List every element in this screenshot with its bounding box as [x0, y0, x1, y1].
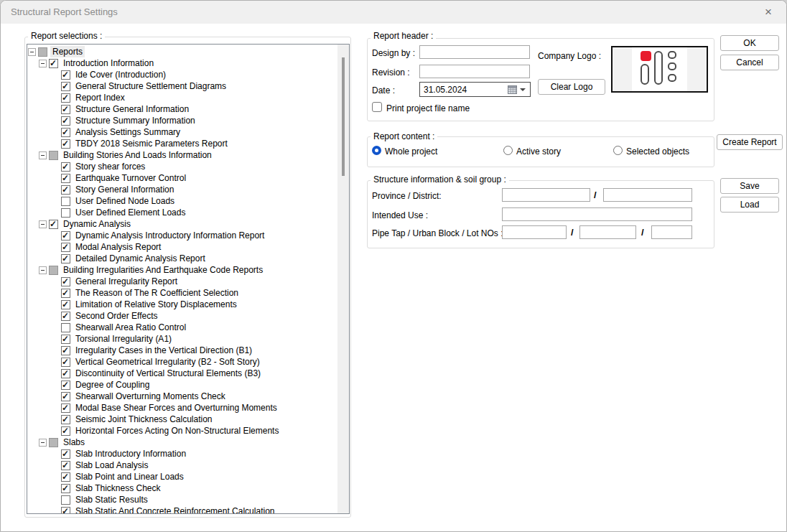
cancel-button[interactable]: Cancel: [720, 55, 779, 70]
tree-checkbox[interactable]: [49, 151, 58, 160]
tree-checkbox[interactable]: [61, 484, 70, 493]
tree-item-label[interactable]: Irregularity Cases in the Vertical Direc…: [73, 345, 254, 356]
tree-checkbox[interactable]: [38, 47, 47, 57]
radio-label-active-story[interactable]: Active story: [516, 146, 561, 157]
tree-item-label[interactable]: Slab Static And Concrete Reinforcement C…: [73, 505, 276, 514]
province-input[interactable]: [502, 188, 590, 202]
tree-checkbox[interactable]: [61, 507, 70, 515]
tree-item-label[interactable]: Structure Summary Information: [73, 115, 197, 126]
tree-item[interactable]: Torsional Irregularity (A1): [28, 333, 337, 345]
tree-item-label[interactable]: Report Index: [73, 92, 127, 103]
revision-input[interactable]: [419, 65, 530, 78]
tree-checkbox[interactable]: [61, 208, 70, 218]
tree-checkbox[interactable]: [61, 369, 70, 378]
district-input[interactable]: [603, 188, 692, 202]
tree-item[interactable]: Horizontal Forces Acting On Non-Structur…: [28, 425, 337, 437]
tree-collapse-icon[interactable]: [39, 220, 47, 228]
tree-checkbox[interactable]: [49, 438, 58, 447]
tree-item-label[interactable]: Shearwall Overturning Moments Check: [73, 391, 228, 402]
tree-checkbox[interactable]: [61, 162, 70, 172]
tree-checkbox[interactable]: [61, 403, 70, 413]
tree-item-label[interactable]: Modal Base Shear Forces and Overturning …: [73, 402, 279, 414]
tree-collapse-icon[interactable]: [39, 60, 47, 67]
tree-item[interactable]: Reports: [28, 46, 337, 57]
tree-item[interactable]: Seismic Joint Thickness Calculation: [28, 414, 337, 425]
tree-item[interactable]: Discontinuity of Vertical Structural Ele…: [28, 368, 337, 379]
tree-item-label[interactable]: Story shear forces: [73, 161, 147, 172]
tree-checkbox[interactable]: [61, 231, 70, 241]
tree-item[interactable]: Modal Analysis Report: [28, 241, 337, 253]
tree-item-label[interactable]: Dynamic Analysis: [61, 218, 133, 230]
date-dropdown-arrow-icon[interactable]: [520, 88, 526, 91]
tree-item[interactable]: Building Stories And Loads Information: [28, 149, 337, 161]
load-button[interactable]: Load: [720, 197, 779, 213]
tree-item[interactable]: Slab Static And Concrete Reinforcement C…: [28, 505, 337, 514]
tree-item[interactable]: Introduction Information: [28, 57, 337, 69]
create-report-button[interactable]: Create Report: [717, 134, 783, 150]
tree-item[interactable]: Structure General Information: [28, 103, 337, 115]
radio-label-selected-objects[interactable]: Selected objects: [626, 146, 689, 157]
tree-item-label[interactable]: Analysis Settings Summary: [73, 126, 182, 138]
tree-scrollbar-thumb[interactable]: [342, 57, 345, 176]
tree-item-label[interactable]: General Irregularity Report: [73, 276, 180, 287]
tree-collapse-icon[interactable]: [39, 151, 47, 159]
radio-active-story[interactable]: [503, 146, 513, 155]
tree-item-label[interactable]: Earthquake Turnover Control: [73, 172, 188, 184]
clear-logo-button[interactable]: Clear Logo: [538, 79, 605, 95]
tree-item-label[interactable]: Discontinuity of Vertical Structural Ele…: [73, 368, 263, 379]
tree-item[interactable]: Limitation of Relative Story Displacemen…: [28, 299, 337, 310]
urban-block-input[interactable]: [579, 225, 636, 239]
tree-checkbox[interactable]: [61, 197, 70, 206]
tree-item[interactable]: Irregularity Cases in the Vertical Direc…: [28, 345, 337, 356]
tree-item-label[interactable]: TBDY 2018 Seismic Parameters Report: [73, 138, 230, 149]
tree-collapse-icon[interactable]: [39, 266, 47, 274]
save-button[interactable]: Save: [720, 178, 779, 194]
tree-item-label[interactable]: Structure General Information: [73, 103, 191, 115]
tree-item-label[interactable]: Slab Static Results: [73, 494, 150, 505]
tree-scrollbar[interactable]: [337, 45, 349, 513]
calendar-icon[interactable]: [508, 85, 517, 94]
tree-collapse-icon[interactable]: [39, 439, 47, 447]
tree-item-label[interactable]: Building Irregularities And Earthquake C…: [61, 264, 265, 276]
tree-item[interactable]: User Defined Node Loads: [28, 195, 337, 207]
tree-checkbox[interactable]: [61, 116, 70, 126]
tree-item[interactable]: The Reason of The R Coefficient Selectio…: [28, 287, 337, 299]
tree-item-label[interactable]: Torsional Irregularity (A1): [73, 333, 174, 345]
tree-item-label[interactable]: Limitation of Relative Story Displacemen…: [73, 299, 239, 310]
tree-checkbox[interactable]: [61, 426, 70, 436]
tree-item[interactable]: Slab Load Analysis: [28, 459, 337, 471]
tree-item-label[interactable]: Reports: [50, 46, 85, 57]
tree-item[interactable]: Ide Cover (Introduction): [28, 69, 337, 80]
tree-checkbox[interactable]: [61, 335, 70, 344]
tree-checkbox[interactable]: [61, 243, 70, 252]
print-project-file-name-checkbox[interactable]: [372, 102, 382, 112]
tree-item-label[interactable]: Building Stories And Loads Information: [61, 149, 214, 161]
pipe-tap-input[interactable]: [502, 225, 567, 239]
tree-item[interactable]: Modal Base Shear Forces and Overturning …: [28, 402, 337, 414]
tree-checkbox[interactable]: [61, 392, 70, 401]
tree-item[interactable]: Slabs: [28, 437, 337, 448]
radio-label-whole-project[interactable]: Whole project: [385, 146, 437, 157]
tree-item-label[interactable]: Slabs: [61, 437, 87, 448]
tree-item[interactable]: Story General Information: [28, 184, 337, 195]
design-by-input[interactable]: [419, 45, 530, 59]
tree-item[interactable]: General Irregularity Report: [28, 276, 337, 287]
tree-checkbox[interactable]: [49, 59, 58, 68]
tree-checkbox[interactable]: [61, 289, 70, 298]
tree-item-label[interactable]: Slab Introductory Information: [73, 448, 188, 459]
tree-item[interactable]: Earthquake Turnover Control: [28, 172, 337, 184]
tree-item[interactable]: Slab Static Results: [28, 494, 337, 505]
tree-checkbox[interactable]: [61, 323, 70, 332]
tree-checkbox[interactable]: [61, 82, 70, 91]
tree-item-label[interactable]: General Structure Settlement Diagrams: [73, 80, 228, 92]
tree-item-label[interactable]: Vertical Geometrical Irregularity (B2 - …: [73, 356, 262, 368]
tree-item-label[interactable]: The Reason of The R Coefficient Selectio…: [73, 287, 241, 299]
tree-item-label[interactable]: Slab Thickness Check: [73, 482, 163, 494]
tree-checkbox[interactable]: [61, 461, 70, 470]
tree-checkbox[interactable]: [61, 346, 70, 355]
tree-item[interactable]: Structure Summary Information: [28, 115, 337, 126]
tree-checkbox[interactable]: [61, 128, 70, 137]
tree-item[interactable]: Analysis Settings Summary: [28, 126, 337, 138]
tree-item-label[interactable]: User Defined Element Loads: [73, 207, 187, 218]
tree-checkbox[interactable]: [61, 254, 70, 263]
